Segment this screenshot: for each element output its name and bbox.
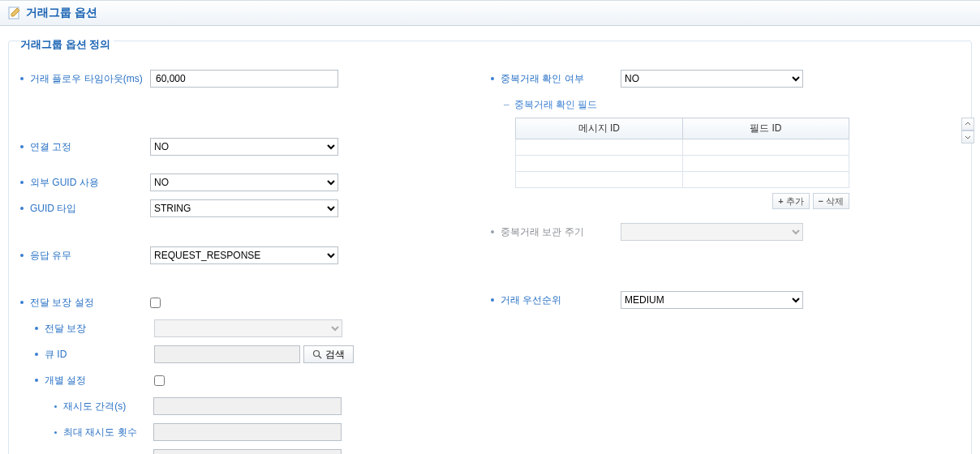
svg-line-2 [319,356,321,358]
table-row[interactable] [516,156,849,172]
label-queue-id: 큐 ID [45,348,154,362]
col-msgid: 메시지 ID [516,118,683,139]
bullet-icon [35,379,38,382]
bullet-icon [20,77,24,80]
row-expire: 만료 시간(s) [20,447,491,454]
label-individual: 개별 설정 [45,374,154,388]
label-dup-retain: 중복거래 보관 주기 [501,225,621,239]
delete-button[interactable]: − 삭제 [813,193,849,209]
row-dup-check: 중복거래 확인 여부 NO [491,67,960,90]
bullet-icon [35,353,38,356]
label-delivery-sub: 전달 보장 [45,322,154,336]
add-button-label: 추가 [786,195,804,208]
bullet-icon [20,207,24,210]
bullet-icon [20,145,24,148]
page-title: 거래그룹 옵션 [26,6,97,20]
row-ext-guid: 외부 GUID 사용 NO [20,171,491,194]
page-header: 거래그룹 옵션 [0,0,980,26]
row-max-retry: 최대 재시도 횟수 [20,421,491,443]
label-resp-type: 응답 유무 [30,249,150,263]
row-individual: 개별 설정 [20,369,491,392]
minus-icon: − [819,196,823,206]
label-conn-fixed: 연결 고정 [30,140,150,154]
bullet-icon [54,405,57,408]
search-button[interactable]: 검색 [303,345,354,363]
ext-guid-select[interactable]: NO [150,173,338,191]
delete-button-label: 삭제 [826,195,844,208]
bullet-icon [491,298,494,302]
row-conn-fixed: 연결 고정 NO [20,135,491,158]
table-row[interactable] [516,172,849,188]
bullet-icon [20,301,24,304]
label-ext-guid: 외부 GUID 사용 [30,176,150,190]
edit-icon [8,6,21,19]
label-priority: 거래 우선순위 [501,293,621,307]
flow-timeout-input[interactable] [150,70,338,88]
table-row[interactable] [516,139,849,156]
dash-icon: – [504,99,509,110]
expire-input[interactable] [153,449,342,454]
label-dup-field: 중복거래 확인 필드 [514,98,598,112]
label-guid-type: GUID 타입 [30,202,150,216]
row-dup-field: – 중복거래 확인 필드 [491,95,960,114]
bullet-icon [54,431,57,434]
scroll-up-button[interactable] [961,118,974,131]
row-flow-timeout: 거래 플로우 타임아웃(ms) [20,67,491,90]
conn-fixed-select[interactable]: NO [150,138,338,156]
label-flow-timeout: 거래 플로우 타임아웃(ms) [30,72,150,86]
row-guid-type: GUID 타입 STRING [20,197,491,220]
chevron-up-icon [965,121,971,127]
queue-id-input[interactable] [154,345,300,363]
bullet-icon [35,327,38,330]
add-button[interactable]: + 추가 [772,193,809,209]
label-max-retry: 최대 재시도 횟수 [63,426,153,439]
row-dup-retain: 중복거래 보관 주기 [491,221,960,243]
resp-type-select[interactable]: REQUEST_RESPONSE [150,246,338,264]
individual-checkbox[interactable] [154,375,165,386]
bullet-icon [491,230,494,233]
retry-interval-input[interactable] [153,397,342,415]
label-dup-check: 중복거래 확인 여부 [501,72,621,86]
col-fieldid: 필드 ID [682,118,849,139]
row-delivery-sub: 전달 보장 [20,317,491,340]
dup-field-table: 메시지 ID 필드 ID [515,118,849,188]
row-priority: 거래 우선순위 MEDIUM [491,289,960,311]
max-retry-input[interactable] [153,423,342,441]
delivery-checkbox[interactable] [150,298,161,308]
definition-section: 거래그룹 옵션 정의 거래 플로우 타임아웃(ms) 연결 고정 NO 외 [8,41,972,454]
row-delivery: 전달 보장 설정 [20,291,491,314]
section-title: 거래그룹 옵션 정의 [20,37,114,52]
plus-icon: + [778,196,783,206]
bullet-icon [20,254,24,257]
guid-type-select[interactable]: STRING [150,199,338,217]
row-retry-interval: 재시도 간격(s) [20,395,491,418]
svg-point-1 [314,351,320,357]
priority-select[interactable]: MEDIUM [621,291,803,309]
search-button-label: 검색 [325,348,345,362]
dup-retain-select[interactable] [621,223,803,241]
bullet-icon [491,77,494,80]
delivery-sub-select[interactable] [154,319,342,337]
scroll-down-button[interactable] [961,131,974,143]
label-delivery: 전달 보장 설정 [30,296,150,310]
row-resp-type: 응답 유무 REQUEST_RESPONSE [20,244,491,267]
label-retry-interval: 재시도 간격(s) [63,400,153,413]
chevron-down-icon [965,134,971,140]
row-queue-id: 큐 ID 검색 [20,343,491,366]
label-expire: 만료 시간(s) [63,452,153,455]
dup-check-select[interactable]: NO [621,70,803,88]
bullet-icon [20,181,24,184]
search-icon [312,349,322,359]
